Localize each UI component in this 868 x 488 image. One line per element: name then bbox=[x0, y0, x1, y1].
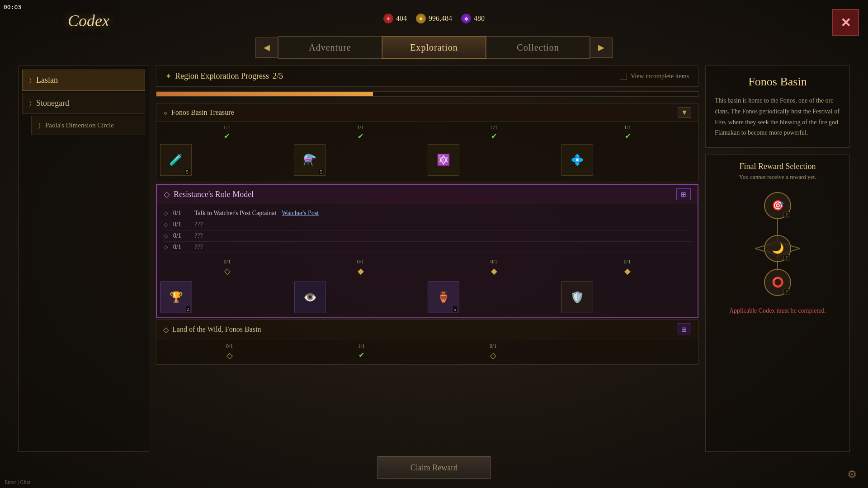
final-reward-bottom[interactable]: ⭕ 2 bbox=[764, 269, 791, 296]
land-check-3: 0/1 ◇ bbox=[427, 343, 559, 361]
quest-header: ◇ Resistance's Role Model ⊞ bbox=[157, 185, 698, 204]
close-button[interactable]: ✕ bbox=[832, 9, 859, 36]
land-title: ◇ Land of the Wild, Fonos Basin bbox=[163, 325, 261, 334]
land-content: 0/1 ◇ 1/1 ✔ 0/1 ◇ bbox=[156, 339, 698, 364]
nav-arrow-left[interactable]: ◀ bbox=[255, 38, 278, 58]
treasure-item-icon-4: 💠 bbox=[571, 154, 584, 166]
gold-currency-value: 996,484 bbox=[429, 14, 452, 23]
chevron-icon: 〉 bbox=[29, 100, 32, 107]
quest-reward-diamond-1: ◇ bbox=[224, 266, 231, 276]
final-reward-top-icon: 🎯 bbox=[772, 200, 784, 211]
check-cell-4: 1/1 ✔ bbox=[561, 124, 695, 141]
quest-obj-4: ◇ 0/1 ??? bbox=[164, 242, 691, 253]
obj-diamond-icon-4: ◇ bbox=[164, 244, 168, 251]
obj-text-1: Talk to Watcher's Post Captainat bbox=[194, 210, 276, 217]
final-reward-subtitle: You cannot receive a reward yet. bbox=[739, 174, 816, 181]
reward-selection: Final Reward Selection You cannot receiv… bbox=[705, 155, 850, 452]
view-incomplete-toggle[interactable]: View incomplete items bbox=[620, 73, 689, 80]
check-cell-2: 1/1 ✔ bbox=[294, 124, 428, 141]
treasure-checks: 1/1 ✔ 1/1 ✔ 1/1 ✔ 1/1 ✔ bbox=[156, 124, 698, 141]
obj-link-1[interactable]: Watcher's Post bbox=[282, 210, 319, 217]
quest-reward-items: 🏆 2 👁️ 🏺 5 🛡️ bbox=[157, 278, 698, 317]
treasure-item-icon-1: 🧪 bbox=[169, 154, 183, 166]
treasure-item-badge-1: 5 bbox=[185, 169, 190, 174]
land-count-2: 1/1 bbox=[358, 343, 365, 350]
sidebar-item-laslan[interactable]: 〉 Laslan bbox=[22, 70, 145, 91]
treasure-item-icon-2: ⚗️ bbox=[303, 154, 316, 166]
tab-adventure[interactable]: Adventure bbox=[278, 36, 382, 59]
sidebar-label-stonegard: Stonegard bbox=[36, 99, 69, 108]
quest-objectives: ◇ 0/1 Talk to Watcher's Post Captainat W… bbox=[157, 204, 698, 257]
treasure-item-2[interactable]: ⚗️ 5 bbox=[294, 144, 326, 176]
obj-count-1: 0/1 bbox=[173, 210, 189, 217]
check-cell-3: 1/1 ✔ bbox=[427, 124, 561, 141]
quest-check-1: 0/1 ◇ bbox=[160, 258, 294, 276]
scrollable-content[interactable]: ⬦ Fonos Basin Treasure ▼ 1/1 ✔ 1/1 bbox=[156, 103, 698, 452]
incomplete-checkbox[interactable] bbox=[620, 73, 627, 80]
diamond-reward-layout: 🎯 2 🌙 2 ⭕ 2 bbox=[737, 192, 818, 296]
final-reward-middle-badge: 2 bbox=[783, 254, 790, 261]
obj-unknown-4: ??? bbox=[194, 244, 203, 251]
treasure-toggle-btn[interactable]: ▼ bbox=[678, 107, 691, 118]
final-reward-top[interactable]: 🎯 2 bbox=[764, 192, 791, 219]
land-check-2: 1/1 ✔ bbox=[296, 343, 428, 361]
settings-icon[interactable]: ⚙ bbox=[843, 465, 861, 483]
land-diamond-1: ◇ bbox=[226, 351, 233, 361]
currency-red: ♦ 404 bbox=[383, 14, 407, 23]
treasure-item-4[interactable]: 💠 bbox=[561, 144, 593, 176]
treasure-item-1[interactable]: 🧪 5 bbox=[160, 144, 192, 176]
sidebar-item-paola[interactable]: 〉 Paola's Dimension Circle bbox=[31, 116, 145, 135]
region-info: Fonos Basin This basin is home to the Fo… bbox=[705, 66, 850, 148]
sidebar-label-laslan: Laslan bbox=[36, 75, 58, 85]
land-check-1: 0/1 ◇ bbox=[164, 343, 296, 361]
obj-diamond-icon-1: ◇ bbox=[164, 210, 168, 217]
quest-item-1[interactable]: 🏆 2 bbox=[160, 282, 192, 313]
quest-item-3[interactable]: 🏺 5 bbox=[428, 282, 459, 313]
nav-arrow-right[interactable]: ▶ bbox=[590, 38, 613, 58]
quest-section: ◇ Resistance's Role Model ⊞ ◇ 0/1 Talk t… bbox=[156, 184, 698, 318]
right-panel: Fonos Basin This basin is home to the Fo… bbox=[705, 66, 850, 452]
obj-count-2: 0/1 bbox=[173, 221, 189, 228]
chevron-icon: 〉 bbox=[29, 77, 32, 84]
treasure-section-header[interactable]: ⬦ Fonos Basin Treasure ▼ bbox=[156, 103, 698, 122]
land-section: ◇ Land of the Wild, Fonos Basin ⊞ 0/1 ◇ … bbox=[156, 319, 698, 365]
currency-bar: ♦ 404 ● 996,484 ◆ 480 bbox=[383, 14, 485, 23]
quest-check-4: 0/1 ◆ bbox=[561, 258, 694, 276]
obj-diamond-icon-2: ◇ bbox=[164, 221, 168, 228]
quest-item-badge-1: 2 bbox=[186, 306, 190, 312]
quest-item-icon-4: 🛡️ bbox=[571, 291, 584, 304]
diamond-icon: ✦ bbox=[165, 72, 171, 80]
tab-collection[interactable]: Collection bbox=[486, 36, 590, 59]
check-count-4: 1/1 bbox=[624, 124, 631, 131]
land-count-1: 0/1 bbox=[226, 343, 233, 350]
land-checkmark-2: ✔ bbox=[359, 351, 364, 359]
quest-add-button[interactable]: ⊞ bbox=[676, 188, 691, 200]
claim-reward-button[interactable]: Claim Reward bbox=[377, 456, 491, 479]
land-add-button[interactable]: ⊞ bbox=[677, 324, 691, 335]
red-currency-value: 404 bbox=[396, 14, 407, 23]
quest-obj-2: ◇ 0/1 ??? bbox=[164, 219, 691, 230]
treasure-item-3[interactable]: 🔯 bbox=[428, 144, 459, 176]
final-reward-bottom-badge: 2 bbox=[783, 288, 790, 295]
obj-unknown-2: ??? bbox=[194, 221, 203, 228]
quest-check-3: 0/1 ◆ bbox=[427, 258, 561, 276]
sidebar-item-stonegard[interactable]: 〉 Stonegard bbox=[22, 93, 145, 114]
quest-obj-1: ◇ 0/1 Talk to Watcher's Post Captainat W… bbox=[164, 208, 691, 219]
land-checks: 0/1 ◇ 1/1 ✔ 0/1 ◇ bbox=[160, 343, 694, 361]
sidebar-label-paola: Paola's Dimension Circle bbox=[45, 122, 114, 129]
obj-unknown-3: ??? bbox=[194, 232, 203, 239]
final-reward-middle[interactable]: 🌙 2 bbox=[764, 235, 791, 262]
quest-item-4[interactable]: 🛡️ bbox=[561, 282, 593, 313]
final-reward-top-badge: 2 bbox=[783, 211, 790, 218]
tab-exploration[interactable]: Exploration bbox=[382, 36, 486, 59]
quest-item-icon-2: 👁️ bbox=[303, 291, 317, 304]
quest-item-2[interactable]: 👁️ bbox=[294, 282, 326, 313]
treasure-item-badge-2: 5 bbox=[319, 169, 324, 174]
land-icon: ◇ bbox=[163, 325, 169, 334]
content-area: ✦ Region Exploration Progress 2/5 View i… bbox=[156, 66, 698, 452]
region-name: Fonos Basin bbox=[715, 75, 840, 89]
check-count-2: 1/1 bbox=[357, 124, 364, 131]
final-reward-bottom-icon: ⭕ bbox=[772, 277, 784, 288]
obj-diamond-icon-3: ◇ bbox=[164, 233, 168, 239]
final-reward-title: Final Reward Selection bbox=[740, 162, 816, 171]
